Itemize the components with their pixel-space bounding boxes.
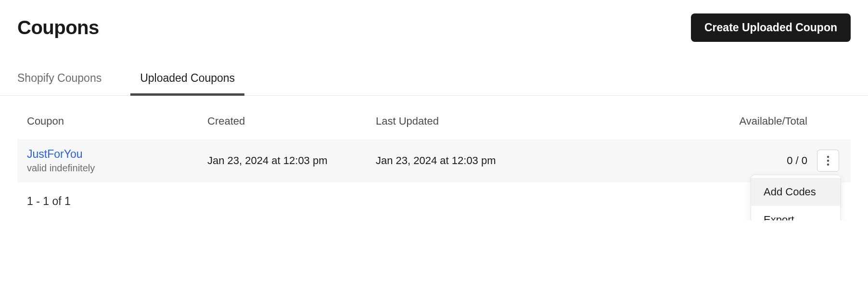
tab-uploaded-coupons[interactable]: Uploaded Coupons	[130, 65, 244, 95]
svg-point-1	[827, 160, 830, 162]
column-header-updated: Last Updated	[376, 115, 602, 128]
tab-shopify-coupons[interactable]: Shopify Coupons	[17, 65, 111, 95]
svg-point-0	[827, 156, 830, 158]
table-row: JustForYou valid indefinitely Jan 23, 20…	[17, 139, 851, 182]
row-actions-menu: Add Codes Export Delete	[751, 175, 841, 220]
svg-point-2	[827, 164, 830, 166]
tabs: Shopify Coupons Uploaded Coupons	[0, 65, 868, 96]
menu-item-export[interactable]: Export	[751, 206, 841, 220]
cell-created: Jan 23, 2024 at 12:03 pm	[207, 154, 376, 167]
row-actions-button[interactable]	[817, 150, 839, 172]
column-header-available: Available/Total	[602, 115, 817, 128]
coupon-name-link[interactable]: JustForYou	[27, 148, 207, 161]
menu-item-add-codes[interactable]: Add Codes	[751, 178, 841, 206]
page-title: Coupons	[17, 17, 99, 38]
cell-available-total: 0 / 0	[602, 154, 817, 167]
cell-updated: Jan 23, 2024 at 12:03 pm	[376, 154, 602, 167]
table-header: Coupon Created Last Updated Available/To…	[17, 96, 851, 139]
create-uploaded-coupon-button[interactable]: Create Uploaded Coupon	[691, 13, 851, 42]
column-header-created: Created	[207, 115, 376, 128]
pagination-summary: 1 - 1 of 1	[17, 182, 851, 220]
more-vertical-icon	[827, 155, 830, 166]
coupon-validity: valid indefinitely	[27, 163, 207, 174]
column-header-coupon: Coupon	[27, 115, 207, 128]
